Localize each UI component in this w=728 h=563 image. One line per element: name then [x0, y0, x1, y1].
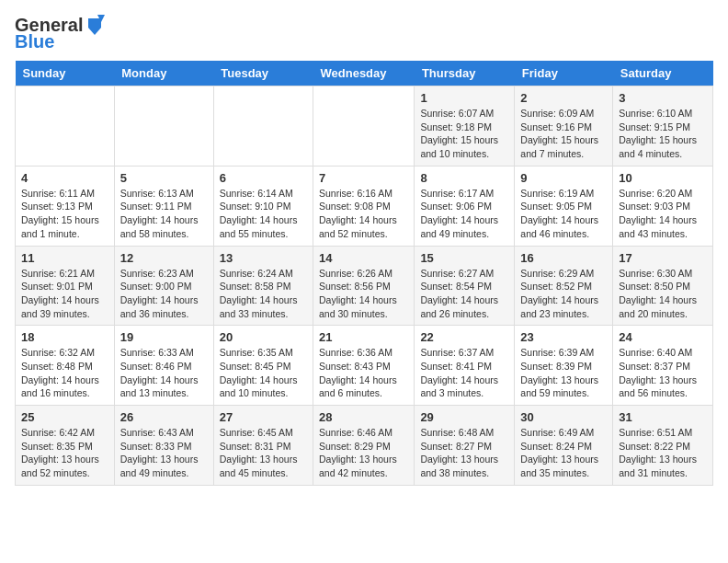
calendar-cell: 14Sunrise: 6:26 AMSunset: 8:56 PMDayligh…	[313, 246, 415, 326]
day-number: 27	[220, 410, 307, 424]
calendar-cell	[16, 86, 115, 167]
calendar-cell: 21Sunrise: 6:36 AMSunset: 8:43 PMDayligh…	[313, 326, 415, 406]
logo-text-general: General	[15, 15, 83, 35]
logo-arrow-icon	[85, 15, 105, 35]
calendar-cell: 17Sunrise: 6:30 AMSunset: 8:50 PMDayligh…	[613, 246, 713, 326]
calendar-cell: 23Sunrise: 6:39 AMSunset: 8:39 PMDayligh…	[515, 326, 613, 406]
week-row-2: 4Sunrise: 6:11 AMSunset: 9:13 PMDaylight…	[16, 166, 713, 246]
day-number: 21	[319, 330, 408, 344]
day-number: 9	[520, 171, 607, 185]
day-number: 22	[420, 330, 508, 344]
calendar-table: SundayMondayTuesdayWednesdayThursdayFrid…	[15, 61, 713, 486]
day-number: 30	[520, 410, 607, 424]
calendar-cell: 29Sunrise: 6:48 AMSunset: 8:27 PMDayligh…	[415, 406, 515, 486]
calendar-cell: 4Sunrise: 6:11 AMSunset: 9:13 PMDaylight…	[16, 166, 115, 246]
day-number: 2	[520, 91, 607, 105]
calendar-cell: 7Sunrise: 6:16 AMSunset: 9:08 PMDaylight…	[313, 166, 415, 246]
calendar-cell: 9Sunrise: 6:19 AMSunset: 9:05 PMDaylight…	[515, 166, 613, 246]
day-number: 7	[319, 171, 408, 185]
day-header-tuesday: Tuesday	[213, 61, 313, 86]
day-info: Sunrise: 6:30 AMSunset: 8:50 PMDaylight:…	[619, 267, 707, 321]
day-number: 29	[420, 410, 508, 424]
day-info: Sunrise: 6:29 AMSunset: 8:52 PMDaylight:…	[520, 267, 607, 321]
day-info: Sunrise: 6:07 AMSunset: 9:18 PMDaylight:…	[420, 107, 508, 161]
day-number: 11	[21, 251, 108, 265]
day-number: 19	[120, 330, 208, 344]
calendar-cell: 11Sunrise: 6:21 AMSunset: 9:01 PMDayligh…	[16, 246, 115, 326]
day-info: Sunrise: 6:37 AMSunset: 8:41 PMDaylight:…	[420, 346, 508, 400]
day-number: 28	[319, 410, 408, 424]
calendar-cell: 2Sunrise: 6:09 AMSunset: 9:16 PMDaylight…	[515, 86, 613, 167]
day-info: Sunrise: 6:49 AMSunset: 8:24 PMDaylight:…	[520, 426, 607, 480]
day-info: Sunrise: 6:36 AMSunset: 8:43 PMDaylight:…	[319, 346, 408, 400]
calendar-cell	[114, 86, 213, 167]
calendar-cell: 6Sunrise: 6:14 AMSunset: 9:10 PMDaylight…	[213, 166, 313, 246]
day-number: 4	[21, 171, 108, 185]
calendar-cell: 22Sunrise: 6:37 AMSunset: 8:41 PMDayligh…	[415, 326, 515, 406]
calendar-cell: 26Sunrise: 6:43 AMSunset: 8:33 PMDayligh…	[114, 406, 213, 486]
day-number: 18	[21, 330, 108, 344]
calendar-cell: 15Sunrise: 6:27 AMSunset: 8:54 PMDayligh…	[415, 246, 515, 326]
logo: General Blue	[15, 15, 105, 52]
day-info: Sunrise: 6:21 AMSunset: 9:01 PMDaylight:…	[21, 267, 108, 321]
day-info: Sunrise: 6:11 AMSunset: 9:13 PMDaylight:…	[21, 187, 108, 241]
day-info: Sunrise: 6:17 AMSunset: 9:06 PMDaylight:…	[420, 187, 508, 241]
calendar-cell: 31Sunrise: 6:51 AMSunset: 8:22 PMDayligh…	[613, 406, 713, 486]
day-info: Sunrise: 6:35 AMSunset: 8:45 PMDaylight:…	[220, 346, 307, 400]
day-number: 20	[220, 330, 307, 344]
day-number: 17	[619, 251, 707, 265]
day-header-saturday: Saturday	[613, 61, 713, 86]
day-info: Sunrise: 6:09 AMSunset: 9:16 PMDaylight:…	[520, 107, 607, 161]
day-number: 5	[120, 171, 208, 185]
calendar-cell: 30Sunrise: 6:49 AMSunset: 8:24 PMDayligh…	[515, 406, 613, 486]
day-number: 8	[420, 171, 508, 185]
day-info: Sunrise: 6:45 AMSunset: 8:31 PMDaylight:…	[220, 426, 307, 480]
week-row-1: 1Sunrise: 6:07 AMSunset: 9:18 PMDaylight…	[16, 86, 713, 167]
day-number: 31	[619, 410, 707, 424]
day-header-friday: Friday	[515, 61, 613, 86]
week-row-3: 11Sunrise: 6:21 AMSunset: 9:01 PMDayligh…	[16, 246, 713, 326]
week-row-5: 25Sunrise: 6:42 AMSunset: 8:35 PMDayligh…	[16, 406, 713, 486]
day-info: Sunrise: 6:24 AMSunset: 8:58 PMDaylight:…	[220, 267, 307, 321]
day-info: Sunrise: 6:32 AMSunset: 8:48 PMDaylight:…	[21, 346, 108, 400]
calendar-cell: 5Sunrise: 6:13 AMSunset: 9:11 PMDaylight…	[114, 166, 213, 246]
day-number: 26	[120, 410, 208, 424]
calendar-cell: 25Sunrise: 6:42 AMSunset: 8:35 PMDayligh…	[16, 406, 115, 486]
day-info: Sunrise: 6:39 AMSunset: 8:39 PMDaylight:…	[520, 346, 607, 400]
day-info: Sunrise: 6:51 AMSunset: 8:22 PMDaylight:…	[619, 426, 707, 480]
calendar-cell: 3Sunrise: 6:10 AMSunset: 9:15 PMDaylight…	[613, 86, 713, 167]
svg-marker-0	[88, 18, 101, 35]
calendar-cell: 8Sunrise: 6:17 AMSunset: 9:06 PMDaylight…	[415, 166, 515, 246]
day-number: 13	[220, 251, 307, 265]
header: General Blue	[15, 15, 713, 52]
calendar-cell: 24Sunrise: 6:40 AMSunset: 8:37 PMDayligh…	[613, 326, 713, 406]
day-info: Sunrise: 6:40 AMSunset: 8:37 PMDaylight:…	[619, 346, 707, 400]
day-info: Sunrise: 6:33 AMSunset: 8:46 PMDaylight:…	[120, 346, 208, 400]
day-header-monday: Monday	[114, 61, 213, 86]
calendar-cell	[213, 86, 313, 167]
day-header-wednesday: Wednesday	[313, 61, 415, 86]
day-info: Sunrise: 6:16 AMSunset: 9:08 PMDaylight:…	[319, 187, 408, 241]
day-number: 3	[619, 91, 707, 105]
day-info: Sunrise: 6:14 AMSunset: 9:10 PMDaylight:…	[220, 187, 307, 241]
day-header-sunday: Sunday	[16, 61, 115, 86]
day-number: 16	[520, 251, 607, 265]
day-info: Sunrise: 6:26 AMSunset: 8:56 PMDaylight:…	[319, 267, 408, 321]
calendar-cell: 10Sunrise: 6:20 AMSunset: 9:03 PMDayligh…	[613, 166, 713, 246]
day-info: Sunrise: 6:13 AMSunset: 9:11 PMDaylight:…	[120, 187, 208, 241]
calendar-cell: 28Sunrise: 6:46 AMSunset: 8:29 PMDayligh…	[313, 406, 415, 486]
day-info: Sunrise: 6:27 AMSunset: 8:54 PMDaylight:…	[420, 267, 508, 321]
calendar-cell: 20Sunrise: 6:35 AMSunset: 8:45 PMDayligh…	[213, 326, 313, 406]
day-number: 10	[619, 171, 707, 185]
day-number: 24	[619, 330, 707, 344]
day-info: Sunrise: 6:48 AMSunset: 8:27 PMDaylight:…	[420, 426, 508, 480]
day-info: Sunrise: 6:23 AMSunset: 9:00 PMDaylight:…	[120, 267, 208, 321]
calendar-cell: 16Sunrise: 6:29 AMSunset: 8:52 PMDayligh…	[515, 246, 613, 326]
calendar-cell: 19Sunrise: 6:33 AMSunset: 8:46 PMDayligh…	[114, 326, 213, 406]
calendar-cell: 13Sunrise: 6:24 AMSunset: 8:58 PMDayligh…	[213, 246, 313, 326]
day-info: Sunrise: 6:42 AMSunset: 8:35 PMDaylight:…	[21, 426, 108, 480]
week-row-4: 18Sunrise: 6:32 AMSunset: 8:48 PMDayligh…	[16, 326, 713, 406]
calendar-cell: 18Sunrise: 6:32 AMSunset: 8:48 PMDayligh…	[16, 326, 115, 406]
day-number: 1	[420, 91, 508, 105]
calendar-cell	[313, 86, 415, 167]
